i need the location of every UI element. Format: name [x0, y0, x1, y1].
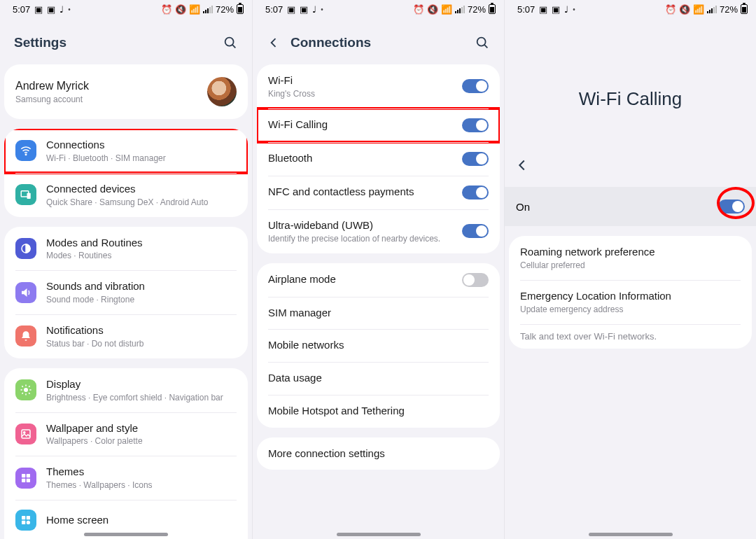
- image-icon: ▣: [34, 4, 43, 15]
- back-icon[interactable]: [514, 158, 530, 173]
- settings-item-themes[interactable]: ThemesThemes · Wallpapers · Icons: [4, 456, 248, 500]
- conn-item-hotspot[interactable]: Mobile Hotspot and Tethering: [257, 395, 500, 428]
- wifi-calling-toggle[interactable]: [462, 118, 489, 132]
- notifications-icon: [15, 326, 36, 346]
- wifi-toggle[interactable]: [462, 79, 489, 93]
- item-title: Roaming network preference: [520, 246, 741, 259]
- conn-item-nfc[interactable]: NFC and contactless payments: [257, 176, 500, 209]
- settings-item-sounds[interactable]: Sounds and vibrationSound mode · Rington…: [4, 270, 248, 314]
- airplane-toggle[interactable]: [462, 273, 489, 287]
- svg-line-11: [22, 386, 23, 388]
- svg-line-1: [232, 45, 235, 48]
- item-title: Ultra-wideband (UWB): [268, 219, 462, 232]
- item-sub: Modes · Routines: [46, 251, 237, 260]
- conn-item-uwb[interactable]: Ultra-wideband (UWB)Identify the precise…: [257, 209, 500, 253]
- item-title: Wi-Fi Calling: [268, 118, 462, 132]
- item-sub: Status bar · Do not disturb: [46, 339, 237, 349]
- conn-item-mobile[interactable]: Mobile networks: [257, 329, 500, 362]
- wallpaper-icon: [15, 424, 36, 444]
- status-clock: 5:07: [517, 4, 535, 15]
- conn-item-sim[interactable]: SIM manager: [257, 297, 500, 330]
- settings-item-notifications[interactable]: NotificationsStatus bar · Do not disturb: [4, 314, 248, 358]
- alarm-icon: ⏰: [665, 4, 676, 15]
- item-sub: Themes · Wallpapers · Icons: [46, 480, 237, 490]
- settings-item-connections[interactable]: ConnectionsWi-Fi · Bluetooth · SIM manag…: [4, 129, 248, 173]
- svg-rect-21: [22, 516, 25, 519]
- image-icon: ▣: [287, 4, 295, 15]
- footer-text: Talk and text over Wi-Fi networks.: [520, 331, 657, 342]
- connected-devices-icon: [15, 184, 36, 205]
- item-sub: Update emergency address: [520, 304, 741, 314]
- master-toggle-label: On: [516, 201, 530, 213]
- conn-item-wifi-calling[interactable]: Wi-Fi Calling: [257, 108, 500, 142]
- search-icon[interactable]: [475, 35, 490, 50]
- profile-card[interactable]: Andrew Myrick Samsung account: [4, 64, 248, 119]
- conn-item-data[interactable]: Data usage: [257, 362, 500, 395]
- svg-rect-18: [27, 474, 30, 477]
- conn-item-bluetooth[interactable]: Bluetooth: [257, 142, 500, 176]
- signal-icon: [455, 6, 465, 13]
- svg-point-16: [24, 432, 25, 433]
- signal-icon: [707, 6, 717, 13]
- wfc-item-emergency[interactable]: Emergency Location InformationUpdate eme…: [509, 280, 752, 324]
- nav-pill[interactable]: [337, 533, 421, 536]
- image-icon: ▣: [300, 4, 308, 15]
- signal-icon: [203, 6, 213, 13]
- profile-name: Andrew Myrick: [15, 79, 207, 93]
- item-title: Display: [46, 378, 237, 391]
- svg-rect-4: [27, 193, 31, 199]
- svg-rect-19: [22, 478, 25, 482]
- themes-icon: [15, 468, 36, 489]
- display-icon: [15, 379, 36, 400]
- nav-pill[interactable]: [84, 533, 168, 536]
- svg-line-14: [29, 386, 30, 388]
- conn-item-airplane[interactable]: Airplane mode: [257, 263, 500, 297]
- item-sub: Quick Share · Samsung DeX · Android Auto: [46, 197, 237, 207]
- settings-item-connected-devices[interactable]: Connected devicesQuick Share · Samsung D…: [4, 173, 248, 217]
- status-bar: 5:07 ▣ ▣ ♩ • ⏰ 🔇 📶 72%: [505, 0, 756, 18]
- battery-percent: 72%: [216, 4, 234, 15]
- nav-pill[interactable]: [589, 533, 673, 536]
- page-title: Settings: [14, 35, 66, 50]
- item-title: Notifications: [46, 324, 237, 337]
- item-title: Wi-Fi: [268, 74, 462, 88]
- svg-line-12: [29, 393, 30, 394]
- status-bar: 5:07 ▣ ▣ ♩ • ⏰ 🔇 📶 72%: [0, 0, 252, 18]
- master-toggle-row[interactable]: On: [505, 187, 756, 226]
- item-sub: King's Cross: [268, 89, 462, 99]
- sounds-icon: [15, 282, 36, 303]
- uwb-toggle[interactable]: [462, 224, 489, 238]
- back-icon[interactable]: [267, 36, 281, 50]
- svg-line-13: [22, 393, 23, 394]
- settings-item-display[interactable]: DisplayBrightness · Eye comfort shield ·…: [4, 368, 248, 412]
- more-icon: •: [573, 6, 575, 13]
- search-icon[interactable]: [223, 35, 238, 50]
- item-sub: Cellular preferred: [520, 260, 741, 270]
- nfc-toggle[interactable]: [462, 186, 489, 200]
- svg-line-26: [484, 45, 487, 48]
- settings-item-modes[interactable]: Modes and RoutinesModes · Routines: [4, 227, 248, 271]
- wfc-item-roaming[interactable]: Roaming network preferenceCellular prefe…: [509, 236, 752, 280]
- item-title: Sounds and vibration: [46, 280, 237, 293]
- settings-item-wallpaper[interactable]: Wallpaper and styleWallpapers · Color pa…: [4, 412, 248, 456]
- master-toggle[interactable]: [718, 200, 745, 214]
- conn-item-wifi[interactable]: Wi-FiKing's Cross: [257, 64, 500, 108]
- avatar[interactable]: [207, 77, 237, 106]
- item-sub: Sound mode · Ringtone: [46, 295, 237, 304]
- bluetooth-toggle[interactable]: [462, 152, 489, 166]
- item-title: Home screen: [46, 514, 237, 527]
- wifi-icon: 📶: [189, 4, 200, 15]
- item-sub: Identify the precise location of nearby …: [268, 234, 462, 244]
- status-clock: 5:07: [265, 4, 283, 15]
- item-title: Airplane mode: [268, 273, 462, 286]
- battery-icon: [741, 4, 748, 14]
- conn-item-more[interactable]: More connection settings: [257, 438, 500, 470]
- screen-connections: 5:07 ▣ ▣ ♩ • ⏰ 🔇 📶 72% Connections: [252, 0, 504, 539]
- mute-icon: 🔇: [679, 4, 690, 15]
- more-icon: •: [321, 6, 323, 13]
- screen-wifi-calling: 5:07 ▣ ▣ ♩ • ⏰ 🔇 📶 72% Wi-Fi Calling On: [504, 0, 756, 539]
- item-title: Bluetooth: [268, 152, 462, 165]
- item-title: Themes: [46, 465, 237, 479]
- home-icon: [15, 510, 36, 531]
- page-header: Settings: [0, 18, 252, 64]
